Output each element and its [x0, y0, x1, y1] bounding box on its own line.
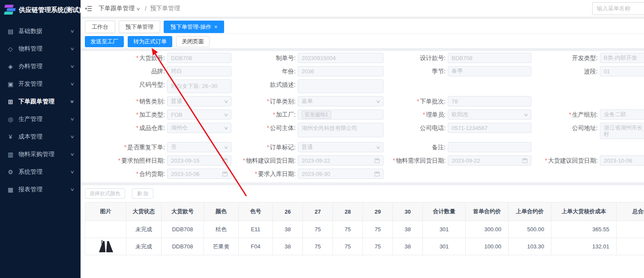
warehouse-select[interactable]: 湖州仓∨ [167, 123, 231, 133]
table-cell: 75 [363, 221, 393, 238]
select-style-color-button[interactable]: 选择款式颜色 [85, 188, 125, 199]
table-cell: 75 [333, 238, 363, 255]
table-cell: 300.00 [466, 221, 509, 238]
form-field-inbound_date: *要求入库日期:2023-09-30 [231, 169, 383, 179]
table-cell: DDB708 [162, 238, 204, 255]
sales_cat-select[interactable]: 普通∨ [167, 96, 231, 106]
tab-workbench[interactable]: 工作台 [85, 21, 115, 33]
column-header: 色号 [239, 202, 273, 221]
required-asterisk: * [273, 111, 275, 118]
dev_type-input[interactable]: B类-内部开发 [600, 53, 644, 63]
prod_group-input[interactable]: 业务二部 [600, 109, 644, 120]
order_no-label: 制单号: [231, 53, 298, 63]
process_type-select[interactable]: FOB∨ [167, 109, 231, 120]
sidebar-item-material[interactable]: ◇物料管理∨ [0, 40, 81, 57]
sidebar-item-production[interactable]: ◎生产管理∨ [0, 110, 81, 128]
photo_sample_date-datepicker[interactable]: 2023-09-15 [167, 155, 231, 166]
material_need_date-datepicker[interactable]: 2023-09-22 [448, 155, 531, 166]
wave-input[interactable]: 01 [600, 66, 644, 76]
development-icon: ▣ [7, 81, 14, 88]
required-asterisk: * [136, 111, 138, 118]
close-icon[interactable]: × [214, 24, 217, 30]
breadcrumb-page: 预下单管理 [150, 5, 180, 12]
sidebar-item-material-purchase[interactable]: ▥物料采购管理∨ [0, 145, 81, 163]
color-size-section: 选择款式颜色 删 除 图片大货状态大货款号颜色色号2627282930合计数量首… [81, 185, 644, 278]
form-field-prod_group: *生产组别:业务二部 [531, 109, 644, 120]
calendar-icon [222, 158, 228, 163]
inbound_date-datepicker[interactable]: 2023-09-30 [298, 169, 383, 179]
table-cell: 301 [423, 221, 466, 238]
sidebar: 供应链管理系统(测试) ▤基础数据∨◇物料管理∨◈办料管理∨▣开发管理∨⊞下单跟… [0, 0, 81, 278]
form-field-company_addr: 公司地址:浙江省湖州市长 村 [531, 123, 644, 139]
season-input[interactable]: 春季 [448, 66, 531, 76]
table-cell: 38 [393, 238, 423, 255]
repeat_order-select[interactable]: 否∨ [167, 142, 231, 152]
menu-search-input[interactable] [592, 2, 644, 15]
order_clerk-select[interactable]: 欧阳杰∨ [448, 109, 531, 120]
close-page-button[interactable]: 关闭页面 [176, 36, 210, 47]
table-row[interactable]: 未完成DDB708桔色E113875757538301300.00500.003… [85, 221, 644, 238]
image-cell [85, 221, 126, 238]
brand-input[interactable]: 对白 [167, 66, 231, 76]
sidebar-item-development[interactable]: ▣开发管理∨ [0, 75, 81, 93]
tab-preorder-management[interactable]: 预下单管理 [119, 21, 160, 33]
collapse-sidebar-icon[interactable] [85, 5, 93, 12]
sidebar-item-label: 报表管理 [18, 186, 42, 193]
order_cat-select[interactable]: 返单∨ [298, 96, 383, 106]
contract_date-datepicker[interactable]: 2023-10-06 [167, 169, 231, 179]
form-field-order_cat: *订单类别:返单∨ [231, 96, 383, 106]
form-field-style_desc: 款式描述: [231, 79, 383, 93]
chevron-down-icon: ∨ [223, 112, 228, 117]
form-field-sales_cat: *销售类别:普通∨ [81, 96, 231, 106]
chevron-down-icon: ∨ [70, 152, 75, 157]
wave-label: 波段: [531, 66, 600, 76]
form-field-repeat_order: *是否重复下单:否∨ [81, 142, 231, 152]
order_no-input[interactable]: 20230915004 [298, 53, 383, 63]
company_addr-textarea[interactable]: 浙江省湖州市长 村 [600, 123, 644, 139]
required-asterisk: * [417, 98, 419, 105]
form-field-wave: 波段:01 [531, 66, 644, 76]
chevron-down-icon: ∨ [223, 126, 228, 130]
warehouse-label: *成品仓库: [81, 123, 167, 133]
table-cell: 75 [363, 238, 393, 255]
table-row[interactable]: 未完成DDB708芒果黄F043875757538301100.00103.30… [85, 238, 644, 255]
breadcrumb-separator: / [145, 5, 147, 12]
order_mark-select[interactable]: 普通∨ [298, 142, 383, 152]
size_spec-input[interactable]: 对白女下装: 26~30 [167, 79, 231, 93]
main-content: 下单跟单管理 ∨ / 预下单管理 工作台 预下单管理 预下单管理-操作 × 发送… [81, 0, 644, 278]
sidebar-item-report[interactable]: ▦报表管理∨ [0, 181, 81, 198]
company_phone-input[interactable]: 0571-1234567 [448, 123, 531, 133]
factory-input[interactable]: 安东服饰1 [298, 109, 383, 120]
delete-button[interactable]: 删 除 [132, 188, 153, 199]
sidebar-item-order-tracking[interactable]: ⊞下单跟单管理∨ [0, 93, 81, 110]
chevron-down-icon: ∨ [70, 187, 75, 192]
calendar-icon [374, 172, 380, 176]
form-field-company_phone: 公司电话:0571-1234567 [383, 123, 531, 133]
style_desc-input[interactable] [298, 79, 383, 93]
style_no-input[interactable]: DDB708 [167, 53, 231, 63]
sidebar-item-system[interactable]: ⚙系统管理∨ [0, 163, 81, 181]
required-asterisk: * [569, 111, 571, 118]
column-header: 30 [393, 202, 423, 221]
year-input[interactable]: 2036 [298, 66, 383, 76]
remark-input[interactable] [448, 142, 531, 152]
company-textarea[interactable]: 湖州全尚科技有限公司 [298, 123, 383, 137]
brand-label: 品牌: [81, 66, 167, 76]
table-cell: E11 [239, 221, 273, 238]
material_suggest_date-datepicker[interactable]: 2023-09-22 [298, 155, 383, 166]
sidebar-item-trim-material[interactable]: ◈办料管理∨ [0, 57, 81, 75]
tab-preorder-operation[interactable]: 预下单管理-操作 × [164, 21, 224, 33]
breadcrumb-section[interactable]: 下单跟单管理 [99, 5, 135, 12]
send-to-factory-button[interactable]: 发送至工厂 [85, 36, 124, 47]
design_no-input[interactable]: BDB708 [448, 53, 531, 63]
batch-input[interactable]: 78 [448, 96, 531, 106]
convert-to-formal-order-button[interactable]: 转为正式订单 [128, 36, 172, 47]
sidebar-item-cost[interactable]: ¥成本管理∨ [0, 128, 81, 145]
table-cell: 500.00 [509, 221, 551, 238]
table-cell: 301 [423, 238, 466, 255]
breadcrumb: 下单跟单管理 ∨ / 预下单管理 [99, 5, 180, 12]
form-field-order_no: 制单号:20230915004 [231, 53, 383, 63]
bulk_suggest_date-datepicker[interactable]: 2023-10-06 [600, 155, 644, 166]
sidebar-item-basic-data[interactable]: ▤基础数据∨ [0, 22, 81, 40]
form-field-year: 年份:2036 [231, 66, 383, 76]
